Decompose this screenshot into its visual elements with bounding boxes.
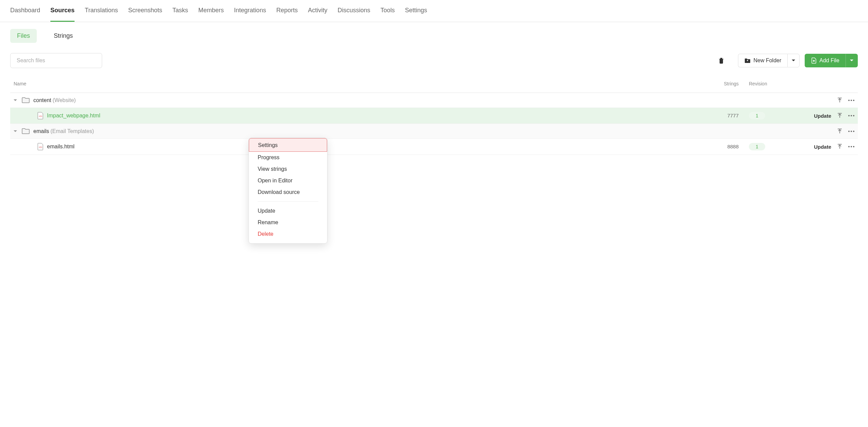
top-nav: Dashboard Sources Translations Screensho…	[0, 0, 868, 22]
revision-badge[interactable]: 1	[749, 143, 765, 150]
svg-point-6	[848, 115, 850, 116]
nav-tasks[interactable]: Tasks	[173, 0, 188, 22]
folder-name: emails	[33, 128, 49, 134]
update-button[interactable]: Update	[814, 113, 831, 119]
nav-members[interactable]: Members	[198, 0, 224, 22]
table-row[interactable]: content (Website)	[10, 93, 858, 108]
upload-icon[interactable]	[837, 113, 842, 118]
menu-settings[interactable]: Settings	[249, 138, 327, 152]
folder-icon	[22, 97, 30, 103]
table-header: Name Strings Revision	[10, 75, 858, 93]
more-icon[interactable]	[848, 115, 854, 116]
svg-rect-1	[748, 60, 748, 61]
svg-point-8	[853, 115, 854, 116]
header-revision: Revision	[749, 81, 786, 86]
svg-text:</>: </>	[39, 115, 42, 117]
folder-icon	[22, 128, 30, 134]
tab-strings[interactable]: Strings	[47, 29, 80, 43]
nav-sources[interactable]: Sources	[50, 0, 75, 22]
collapse-icon[interactable]	[14, 99, 19, 101]
folder-description: (Website)	[52, 97, 76, 103]
collapse-icon[interactable]	[14, 130, 19, 132]
upload-icon[interactable]	[837, 98, 842, 103]
svg-point-11	[853, 131, 854, 132]
new-folder-button[interactable]: New Folder	[738, 54, 787, 67]
table-row[interactable]: </> emails.html 8888 1 Update	[10, 139, 858, 155]
table-row[interactable]: emails (Email Templates)	[10, 124, 858, 139]
add-file-group: Add File	[805, 54, 858, 67]
strings-count: 8888	[727, 144, 739, 149]
svg-point-4	[853, 100, 854, 101]
new-folder-dropdown[interactable]	[787, 54, 800, 67]
svg-point-15	[853, 146, 854, 147]
svg-point-2	[848, 100, 850, 101]
strings-count: 7777	[727, 113, 739, 118]
revision-badge[interactable]: 1	[749, 112, 765, 119]
svg-text:</>: </>	[39, 146, 42, 148]
nav-dashboard[interactable]: Dashboard	[10, 0, 40, 22]
context-menu: Settings Progress View strings Open in E…	[248, 138, 327, 155]
html-file-icon: </>	[37, 143, 44, 150]
nav-screenshots[interactable]: Screenshots	[128, 0, 162, 22]
svg-point-10	[851, 131, 852, 132]
search-input[interactable]	[10, 53, 102, 68]
svg-point-14	[851, 146, 852, 147]
more-icon[interactable]	[848, 146, 854, 147]
header-name: Name	[14, 81, 715, 86]
file-name[interactable]: Impact_webpage.html	[47, 113, 100, 119]
add-file-label: Add File	[819, 58, 839, 64]
file-name[interactable]: emails.html	[47, 144, 75, 150]
svg-point-13	[848, 146, 850, 147]
nav-reports[interactable]: Reports	[276, 0, 298, 22]
nav-tools[interactable]: Tools	[381, 0, 395, 22]
add-file-button[interactable]: Add File	[805, 54, 846, 67]
folder-plus-icon	[744, 58, 751, 63]
folder-name: content	[33, 97, 51, 103]
tab-files[interactable]: Files	[10, 29, 37, 43]
svg-point-3	[851, 100, 852, 101]
menu-progress[interactable]: Progress	[249, 152, 327, 155]
nav-discussions[interactable]: Discussions	[338, 0, 370, 22]
update-button[interactable]: Update	[814, 144, 831, 150]
sub-tabs: Files Strings	[0, 22, 868, 43]
more-icon[interactable]	[848, 100, 854, 101]
add-file-dropdown[interactable]	[846, 54, 858, 67]
table-row[interactable]: </> Impact_webpage.html 7777 1 Update	[10, 108, 858, 124]
file-table: Name Strings Revision content (Website)	[0, 75, 868, 155]
file-upload-icon	[811, 58, 817, 64]
toolbar: New Folder Add File	[0, 43, 868, 75]
svg-point-7	[851, 115, 852, 116]
nav-translations[interactable]: Translations	[85, 0, 118, 22]
upload-icon[interactable]	[837, 129, 842, 134]
nav-activity[interactable]: Activity	[308, 0, 327, 22]
upload-icon[interactable]	[837, 144, 842, 149]
new-folder-label: New Folder	[753, 58, 781, 64]
svg-point-9	[848, 131, 850, 132]
html-file-icon: </>	[37, 112, 44, 119]
header-strings: Strings	[715, 81, 749, 86]
chevron-down-icon	[792, 60, 795, 62]
nav-integrations[interactable]: Integrations	[234, 0, 266, 22]
nav-settings[interactable]: Settings	[405, 0, 427, 22]
more-icon[interactable]	[848, 131, 854, 132]
new-folder-group: New Folder	[738, 54, 800, 67]
chevron-down-icon	[850, 60, 853, 62]
folder-description: (Email Templates)	[50, 128, 94, 134]
trash-icon[interactable]	[716, 55, 727, 66]
